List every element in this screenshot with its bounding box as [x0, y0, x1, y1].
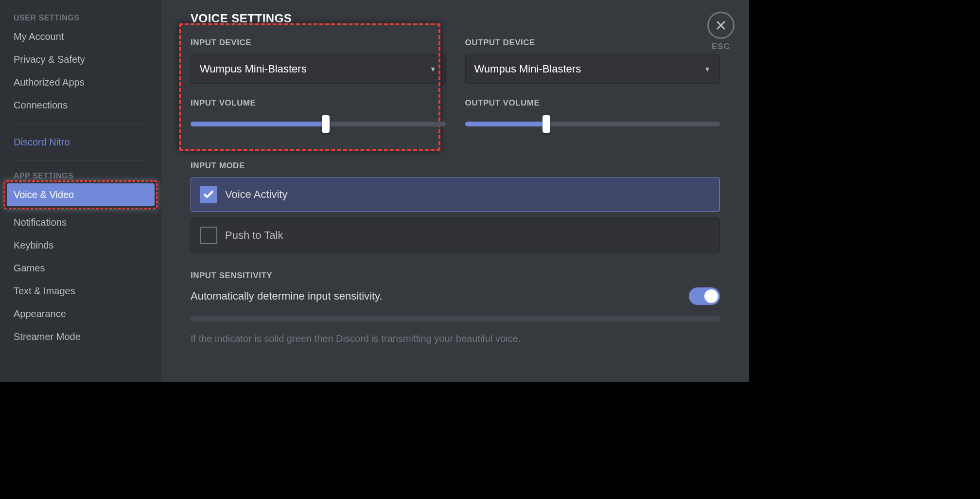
- slider-thumb[interactable]: [322, 115, 330, 133]
- sidebar-item-notifications[interactable]: Notifications: [7, 211, 155, 234]
- sidebar-item-text-images[interactable]: Text & Images: [7, 280, 155, 303]
- input-mode-voice-activity[interactable]: Voice Activity: [191, 178, 720, 212]
- auto-sensitivity-row: Automatically determine input sensitivit…: [191, 287, 720, 305]
- slider-track-fill: [191, 122, 326, 126]
- output-volume-slider[interactable]: [465, 115, 720, 133]
- output-device-label: OUTPUT DEVICE: [465, 38, 720, 48]
- input-sensitivity-label: INPUT SENSITIVITY: [191, 271, 720, 281]
- output-volume-label: OUTPUT VOLUME: [465, 98, 720, 108]
- sidebar-item-voice-video[interactable]: Voice & Video: [7, 183, 155, 206]
- output-device-value: Wumpus Mini-Blasters: [474, 63, 581, 75]
- sidebar-divider: [14, 124, 148, 124]
- chevron-down-icon: ▼: [704, 65, 711, 73]
- section-divider: [191, 146, 720, 146]
- slider-thumb[interactable]: [542, 115, 550, 133]
- output-device-select[interactable]: Wumpus Mini-Blasters ▼: [465, 54, 720, 84]
- chevron-down-icon: ▼: [430, 65, 437, 73]
- slider-track-fill: [465, 122, 547, 126]
- sidebar-item-connections[interactable]: Connections: [7, 94, 155, 117]
- input-volume-slider[interactable]: [191, 115, 446, 133]
- input-device-value: Wumpus Mini-Blasters: [200, 63, 307, 75]
- sidebar-item-authorized-apps[interactable]: Authorized Apps: [7, 71, 155, 94]
- sidebar-divider: [14, 160, 148, 161]
- sidebar-item-discord-nitro[interactable]: Discord Nitro: [7, 131, 155, 154]
- close-area: ESC: [707, 12, 735, 52]
- device-row: INPUT DEVICE Wumpus Mini-Blasters ▼ INPU…: [191, 38, 720, 133]
- input-mode-push-to-talk[interactable]: Push to Talk: [191, 218, 720, 252]
- esc-label: ESC: [712, 42, 730, 52]
- page-title: VOICE SETTINGS: [191, 12, 720, 25]
- sidebar-item-streamer-mode[interactable]: Streamer Mode: [7, 325, 155, 348]
- sidebar-item-my-account[interactable]: My Account: [7, 25, 155, 48]
- sidebar-header-user-settings: USER SETTINGS: [7, 10, 155, 25]
- checkbox-unchecked-icon: [200, 227, 217, 244]
- input-device-select[interactable]: Wumpus Mini-Blasters ▼: [191, 54, 446, 84]
- settings-window: USER SETTINGS My Account Privacy & Safet…: [0, 0, 749, 382]
- close-button[interactable]: [707, 12, 735, 39]
- highlight-voice-video: Voice & Video: [4, 180, 158, 209]
- auto-sensitivity-text: Automatically determine input sensitivit…: [191, 290, 383, 303]
- sidebar-item-games[interactable]: Games: [7, 257, 155, 280]
- mode-label: Push to Talk: [225, 229, 283, 242]
- input-mode-label: INPUT MODE: [191, 161, 720, 171]
- sidebar-item-keybinds[interactable]: Keybinds: [7, 234, 155, 257]
- input-volume-label: INPUT VOLUME: [191, 98, 446, 108]
- sidebar-item-privacy-safety[interactable]: Privacy & Safety: [7, 48, 155, 71]
- input-device-column: INPUT DEVICE Wumpus Mini-Blasters ▼ INPU…: [191, 38, 446, 133]
- input-device-label: INPUT DEVICE: [191, 38, 446, 48]
- settings-sidebar: USER SETTINGS My Account Privacy & Safet…: [0, 0, 161, 382]
- mode-label: Voice Activity: [225, 188, 287, 201]
- checkbox-checked-icon: [200, 186, 217, 203]
- auto-sensitivity-toggle[interactable]: [689, 287, 720, 305]
- toggle-knob: [704, 289, 718, 303]
- settings-content: VOICE SETTINGS INPUT DEVICE Wumpus Mini-…: [161, 0, 749, 382]
- output-device-column: OUTPUT DEVICE Wumpus Mini-Blasters ▼ OUT…: [465, 38, 720, 133]
- sensitivity-hint: If the indicator is solid green then Dis…: [191, 333, 720, 344]
- sidebar-item-appearance[interactable]: Appearance: [7, 303, 155, 325]
- sensitivity-bar: [191, 316, 720, 321]
